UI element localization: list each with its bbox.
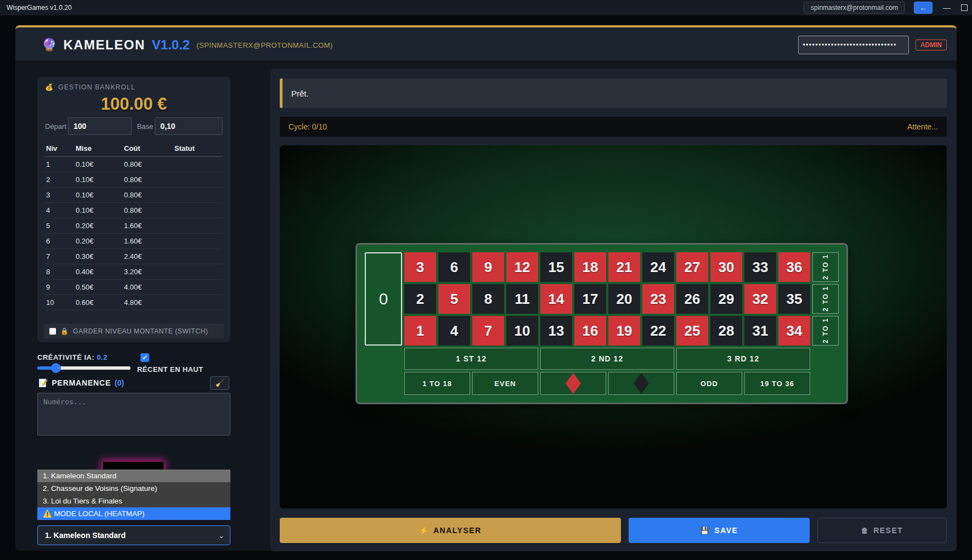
bet-cell-number[interactable]: 25 (676, 316, 708, 346)
lock-icon: 🔒 (60, 327, 69, 335)
clear-permanence-button[interactable]: 🧹 (210, 376, 229, 390)
strategy-option[interactable]: 3. Loi du Tiers & Finales (37, 495, 230, 507)
bet-cell-number[interactable]: 9 (472, 252, 504, 282)
hidden-glow-button[interactable] (103, 462, 163, 470)
bankroll-section-title: GESTION BANKROLL (58, 83, 135, 91)
account-email[interactable]: spinmasterx@protonmail.com (804, 2, 905, 14)
table-row: 10.10€0.80€ (45, 157, 223, 172)
back-icon: ← (920, 4, 927, 12)
bet-cell-number[interactable]: 4 (438, 316, 470, 346)
base-input[interactable]: 0,10 (155, 117, 223, 135)
bet-cell-number[interactable]: 30 (710, 252, 742, 282)
bet-cell-red-diamond[interactable] (540, 372, 606, 395)
red-diamond-icon (561, 372, 585, 394)
bet-cell-dozen[interactable]: 1 ST 12 (404, 348, 538, 370)
maximize-button[interactable] (961, 4, 968, 11)
bankroll-amount: 100.00 € (37, 94, 230, 114)
bet-cell-number[interactable]: 2 (404, 284, 436, 314)
bet-cell-number[interactable]: 24 (642, 252, 674, 282)
strategy-option[interactable]: 1. Kameleon Standard (37, 470, 230, 482)
slider-thumb[interactable] (51, 363, 61, 373)
bet-cell-number[interactable]: 34 (778, 316, 810, 346)
strategy-option[interactable]: ⚠️ MODE LOCAL (HEATMAP) (37, 507, 230, 520)
bet-cell-number[interactable]: 8 (472, 284, 504, 314)
depart-input[interactable]: 100 (68, 117, 132, 135)
permanence-label: PERMANENCE (52, 378, 111, 387)
bet-cell-number[interactable]: 26 (676, 284, 708, 314)
bet-cell-number[interactable]: 31 (744, 316, 776, 346)
password-field[interactable]: •••••••••••••••••••••••••••••• (798, 36, 909, 54)
table-row: 60.20€1.60€ (45, 234, 223, 249)
strategy-select[interactable]: 1. Kameleon Standard ⌄ (37, 525, 230, 545)
bet-cell-number[interactable]: 12 (506, 252, 538, 282)
column-header: Coût (123, 142, 173, 157)
memo-icon: 📝 (38, 378, 48, 387)
strategy-dropdown-list: 1. Kameleon Standard2. Chasseur de Voisi… (37, 470, 230, 520)
minimize-button[interactable]: — (941, 3, 952, 12)
table-row: 80.40€3.20€ (45, 264, 223, 280)
bet-cell-outside[interactable]: ODD (676, 372, 742, 395)
analyse-button[interactable]: ⚡ ANALYSER (280, 518, 621, 543)
permanence-count: (0) (115, 378, 124, 387)
bet-cell-number[interactable]: 27 (676, 252, 708, 282)
progression-table: NivMiseCoûtStatut 10.10€0.80€20.10€0.80€… (45, 142, 223, 310)
recent-on-top-checkbox[interactable]: ✓ (140, 353, 149, 362)
strategy-selected-value: 1. Kameleon Standard (38, 531, 126, 540)
table-row: 50.20€1.60€ (45, 218, 223, 234)
titlebar-controls: spinmasterx@protonmail.com ← — (804, 0, 968, 15)
bet-cell-number[interactable]: 13 (540, 316, 572, 346)
bet-cell-number[interactable]: 10 (506, 316, 538, 346)
column-header: Statut (173, 142, 223, 157)
crystal-ball-icon: 🔮 (42, 38, 56, 52)
depart-label: Départ (45, 122, 66, 131)
lightning-icon: ⚡ (419, 527, 429, 535)
save-button[interactable]: 💾 SAVE (629, 518, 810, 543)
bet-cell-number[interactable]: 3 (404, 252, 436, 282)
bet-cell-number[interactable]: 19 (608, 316, 640, 346)
bet-cell-outside[interactable]: 19 TO 36 (744, 372, 810, 395)
bet-cell-number[interactable]: 28 (710, 316, 742, 346)
black-diamond-icon (629, 372, 653, 394)
column-header: Niv (45, 142, 75, 157)
strategy-option[interactable]: 2. Chasseur de Voisins (Signature) (37, 482, 230, 495)
bet-cell-number[interactable]: 20 (608, 284, 640, 314)
bet-cell-number[interactable]: 7 (472, 316, 504, 346)
bet-cell-number[interactable]: 14 (540, 284, 572, 314)
permanence-input[interactable] (37, 393, 230, 435)
bet-cell-outside[interactable]: EVEN (472, 372, 538, 395)
bet-cell-number[interactable]: 5 (438, 284, 470, 314)
bet-cell-number[interactable]: 21 (608, 252, 640, 282)
bet-cell-number[interactable]: 16 (574, 316, 606, 346)
table-row: 100.60€4.80€ (45, 295, 223, 310)
bet-cell-number[interactable]: 1 (404, 316, 436, 346)
keep-level-label: GARDER NIVEAU MONTANTE (SWITCH) (73, 327, 208, 335)
bet-cell-number[interactable]: 29 (710, 284, 742, 314)
bet-cell-number[interactable]: 22 (642, 316, 674, 346)
bet-cell-number[interactable]: 33 (744, 252, 776, 282)
bet-cell-number[interactable]: 32 (744, 284, 776, 314)
keep-level-checkbox[interactable] (49, 328, 56, 335)
titlebar: WisperGames v1.0.20 spinmasterx@protonma… (0, 0, 972, 15)
table-row: 20.10€0.80€ (45, 172, 223, 188)
bet-cell-dozen[interactable]: 2 ND 12 (540, 348, 674, 370)
bet-cell-column[interactable]: 2 TO 1 (812, 252, 839, 282)
back-button[interactable]: ← (914, 2, 933, 14)
bet-cell-zero[interactable]: 0 (365, 252, 402, 346)
bet-cell-column[interactable]: 2 TO 1 (812, 284, 839, 314)
reset-button[interactable]: 🗑 RESET (817, 518, 947, 543)
bet-cell-number[interactable]: 36 (778, 252, 810, 282)
bet-cell-number[interactable]: 6 (438, 252, 470, 282)
progression-table-body: 10.10€0.80€20.10€0.80€30.10€0.80€40.10€0… (45, 157, 223, 310)
bet-cell-dozen[interactable]: 3 RD 12 (676, 348, 810, 370)
bet-cell-number[interactable]: 18 (574, 252, 606, 282)
bet-cell-number[interactable]: 15 (540, 252, 572, 282)
bet-cell-number[interactable]: 11 (506, 284, 538, 314)
bet-cell-number[interactable]: 17 (574, 284, 606, 314)
bet-cell-black-diamond[interactable] (608, 372, 674, 395)
version-label: V1.0.2 (152, 37, 190, 53)
bet-cell-number[interactable]: 23 (642, 284, 674, 314)
bet-cell-column[interactable]: 2 TO 1 (812, 316, 839, 346)
bet-cell-number[interactable]: 35 (778, 284, 810, 314)
bet-cell-outside[interactable]: 1 TO 18 (404, 372, 470, 395)
creativity-slider[interactable] (37, 366, 131, 370)
